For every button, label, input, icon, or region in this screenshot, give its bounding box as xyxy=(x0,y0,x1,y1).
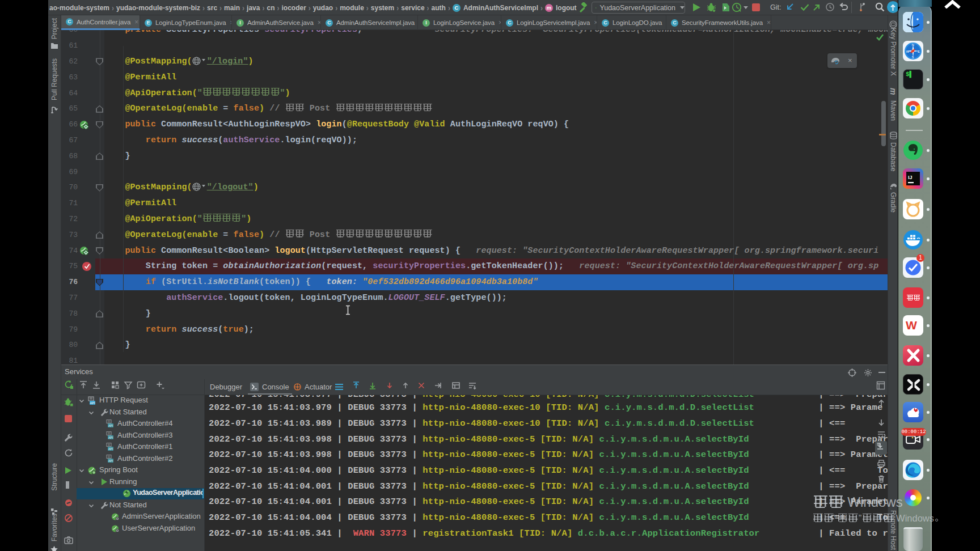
svg-text:API: API xyxy=(108,435,113,439)
svg-text:E: E xyxy=(918,50,920,53)
svg-text:S: S xyxy=(912,56,914,59)
svg-text:API: API xyxy=(108,424,113,427)
svg-text:API: API xyxy=(108,447,113,451)
svg-text:API: API xyxy=(90,401,95,405)
svg-text:IJ: IJ xyxy=(908,175,913,180)
svg-text:W: W xyxy=(906,50,910,53)
svg-text:N: N xyxy=(912,43,914,46)
svg-text:API: API xyxy=(108,459,113,462)
